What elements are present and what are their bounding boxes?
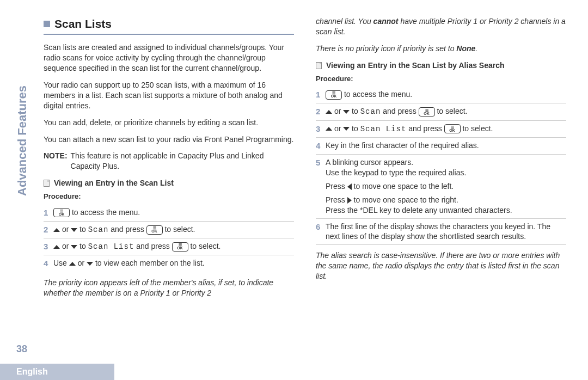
right-column: channel list. You cannot have multiple P… (316, 16, 566, 343)
step-text: or (60, 225, 71, 234)
continuation-text: channel list. You cannot have multiple P… (316, 16, 566, 37)
step-number: 3 (44, 241, 53, 252)
procedure-label: Procedure: (316, 74, 566, 84)
paragraph: Your radio can support up to 250 scan li… (44, 80, 294, 111)
note-block: NOTE: This feature is not applicable in … (44, 151, 294, 171)
subheading: Viewing an Entry in the Scan List by Ali… (326, 60, 505, 71)
section-bullet-icon (44, 21, 50, 27)
procedure-step: 4 Key in the first character of the requ… (316, 138, 566, 155)
paragraph: Scan lists are created and assigned to i… (44, 42, 294, 73)
step-text: to select. (435, 107, 468, 115)
ok-button-icon: ☰OK (146, 225, 163, 235)
step-text: or (332, 124, 343, 133)
step-text: and press (406, 124, 444, 133)
page-icon (316, 62, 322, 69)
menu-item-text: Scan (360, 107, 381, 116)
step-text: The first line of the display shows the … (326, 222, 566, 242)
step-text: to select. (163, 225, 195, 234)
ok-button-icon: ☰OK (444, 124, 461, 133)
down-arrow-icon (71, 245, 77, 249)
ok-button-icon: ☰OK (419, 107, 435, 117)
procedure-step: 2 or to Scan and press ☰OK to select. (44, 222, 294, 238)
step-text: to (350, 107, 360, 115)
procedure-label: Procedure: (44, 192, 294, 201)
section-title: Scan Lists (54, 16, 112, 32)
step-text: to (77, 242, 88, 250)
note-text: This feature is not applicable in Capaci… (71, 151, 294, 171)
step-number: 2 (44, 224, 53, 235)
procedure-step: 1 ☰OK to access the menu. (44, 205, 294, 222)
step-number: 1 (316, 89, 326, 100)
subheading: Viewing an Entry in the Scan List (54, 178, 174, 188)
step-text: to (350, 124, 360, 133)
step-number: 1 (44, 207, 53, 218)
step-text: to move one space to the left. (352, 182, 454, 191)
menu-item-text: Scan List (88, 242, 134, 251)
down-arrow-icon (343, 110, 350, 114)
step-text: to move one space to the right. (352, 195, 458, 204)
right-arrow-icon (347, 197, 352, 204)
procedure-step: 3 or to Scan List and press ☰OK to selec… (44, 238, 294, 255)
procedure-step: 2 or to Scan and press ☰OK to select. (316, 103, 566, 120)
step-text: to access the menu. (342, 90, 412, 99)
step-text: and press (381, 107, 418, 115)
step-number: 5 (316, 157, 326, 168)
step-text: and press (134, 242, 171, 250)
title-underline (44, 34, 294, 35)
paragraph: There is no priority icon if priority is… (316, 44, 566, 54)
step-number: 2 (316, 106, 326, 117)
footer-note: The priority icon appears left of the me… (44, 278, 294, 298)
step-text: or (76, 259, 87, 267)
left-column: Scan Lists Scan lists are created and as… (44, 16, 294, 343)
procedure-step: 4 Use or to view each member on the list… (44, 255, 294, 272)
step-text: Use (53, 259, 69, 267)
paragraph: You can add, delete, or prioritize chann… (44, 118, 294, 128)
step-text: to access the menu. (70, 208, 140, 217)
down-arrow-icon (343, 127, 350, 131)
ok-button-icon: ☰OK (172, 242, 188, 252)
procedure-step: 5 A blinking cursor appears. Use the key… (316, 155, 566, 218)
step-text: Key in the first character of the requir… (326, 140, 566, 151)
procedure-step: 3 or to Scan List and press ☰OK to selec… (316, 121, 566, 138)
step-number: 4 (44, 258, 53, 269)
step-text: Press (326, 195, 347, 204)
step-text: or (332, 107, 343, 115)
footer-language: English (0, 364, 114, 380)
page-icon (44, 180, 50, 187)
up-arrow-icon (53, 245, 60, 249)
up-arrow-icon (53, 228, 60, 232)
up-arrow-icon (69, 262, 76, 266)
menu-item-text: Scan List (360, 125, 407, 133)
step-text: Use the keypad to type the required alia… (326, 168, 566, 178)
step-text: Press the *DEL key to delete any unwante… (326, 205, 566, 216)
step-text: to select. (461, 124, 493, 133)
step-text: Press (326, 182, 347, 191)
step-text: or (60, 242, 71, 250)
procedure-step: 1 ☰OK to access the menu. (316, 87, 566, 103)
step-text: to select. (188, 242, 221, 250)
page-number: 38 (16, 344, 27, 355)
step-text: to (77, 225, 88, 234)
paragraph: You can attach a new scan list to your r… (44, 134, 294, 145)
step-number: 4 (316, 140, 326, 151)
up-arrow-icon (326, 127, 332, 131)
left-arrow-icon (347, 183, 352, 190)
sidebar-section-label: Advanced Features (15, 85, 29, 196)
up-arrow-icon (326, 110, 332, 114)
step-text: A blinking cursor appears. (326, 157, 566, 168)
step-number: 6 (316, 222, 326, 232)
ok-button-icon: ☰OK (53, 208, 70, 217)
step-text: to view each member on the list. (93, 259, 205, 267)
menu-item-text: Scan (88, 225, 109, 234)
down-arrow-icon (87, 262, 93, 266)
step-number: 3 (316, 124, 326, 134)
down-arrow-icon (71, 228, 77, 232)
ok-button-icon: ☰OK (326, 90, 342, 100)
footer-note: The alias search is case-insensitive. If… (316, 250, 566, 281)
note-label: NOTE: (44, 151, 68, 171)
procedure-step: 6 The first line of the display shows th… (316, 219, 566, 246)
step-text: and press (108, 225, 146, 234)
